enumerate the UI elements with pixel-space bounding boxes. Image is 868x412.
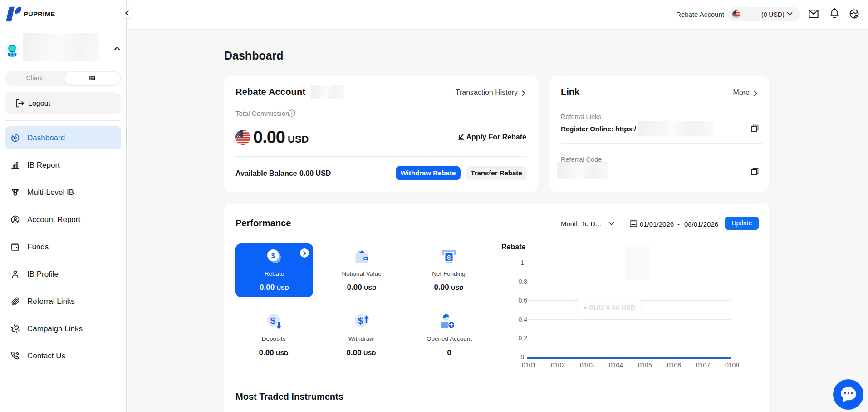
- svg-text:$: $: [358, 316, 363, 326]
- svg-text:$: $: [270, 316, 275, 326]
- svg-text:$: $: [447, 253, 451, 261]
